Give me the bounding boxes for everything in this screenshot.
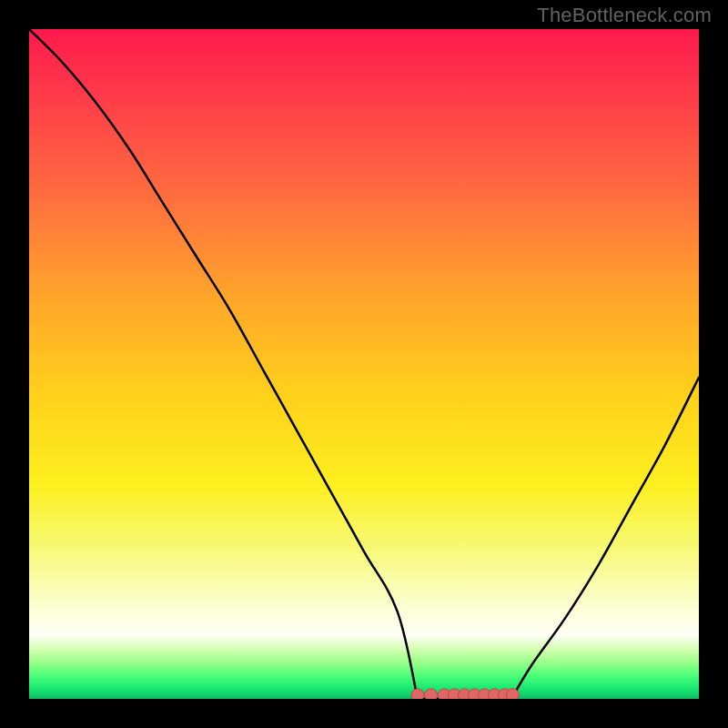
- optimal-marker: [411, 689, 424, 699]
- optimal-marker: [425, 689, 438, 699]
- chart-frame: TheBottleneck.com: [0, 0, 728, 728]
- gradient-background: [29, 29, 699, 699]
- optimal-range-markers: [411, 689, 520, 699]
- bottleneck-chart-svg: [29, 29, 699, 699]
- plot-area: [29, 29, 699, 699]
- optimal-marker: [506, 689, 519, 699]
- watermark-text: TheBottleneck.com: [537, 4, 712, 27]
